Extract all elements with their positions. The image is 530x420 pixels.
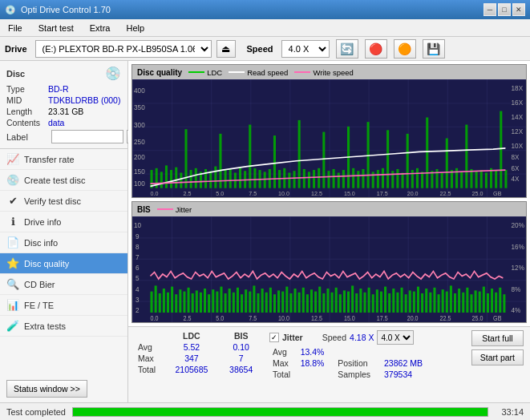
disc-section-title: Disc	[6, 69, 25, 79]
disc-contents-value: data	[48, 118, 64, 127]
svg-text:8%: 8%	[512, 285, 521, 293]
minimize-button[interactable]: ─	[483, 3, 496, 16]
max-ldc: 347	[164, 353, 220, 364]
svg-rect-33	[175, 168, 177, 188]
svg-rect-175	[339, 294, 342, 313]
svg-rect-156	[261, 289, 264, 313]
nav-drive-info[interactable]: ℹ Drive info	[0, 212, 127, 232]
save-button[interactable]: 💾	[423, 39, 445, 59]
menu-file[interactable]: File	[3, 22, 27, 34]
svg-text:22.5: 22.5	[440, 189, 451, 196]
svg-rect-53	[273, 135, 276, 188]
svg-text:5.0: 5.0	[216, 189, 224, 196]
ldc-legend-color	[188, 71, 204, 73]
refresh-button[interactable]: 🔄	[336, 39, 358, 59]
disc-info-section: Disc 💿 Type BD-R MID TDKBLDRBB (000) Len…	[0, 61, 127, 149]
nav-extra-tests[interactable]: 🧪 Extra tests	[0, 316, 127, 337]
menu-start-test[interactable]: Start test	[34, 22, 79, 34]
disc-quality-svg: 400 350 300 250 200 150 100 18X 16X 14X …	[132, 79, 526, 197]
status-bar: Test completed 33:14	[0, 402, 530, 420]
sidebar: Disc 💿 Type BD-R MID TDKBLDRBB (000) Len…	[0, 61, 128, 402]
menu-help[interactable]: Help	[121, 22, 149, 34]
nav-list: 📈 Transfer rate 💿 Create test disc ✔ Ver…	[0, 149, 127, 337]
disc-label-input[interactable]	[51, 130, 123, 143]
stats-total-row: Total 2105685 38654	[135, 364, 263, 375]
settings-button1[interactable]: 🔴	[365, 39, 387, 59]
svg-rect-179	[355, 293, 358, 313]
svg-rect-197	[429, 293, 431, 313]
svg-rect-194	[417, 287, 419, 313]
svg-rect-83	[421, 172, 423, 188]
svg-rect-82	[416, 168, 419, 188]
svg-rect-155	[257, 293, 259, 313]
svg-rect-159	[273, 294, 276, 313]
svg-rect-76	[386, 130, 389, 188]
svg-rect-32	[170, 170, 172, 188]
nav-cd-bier[interactable]: 🔍 CD Bier	[0, 274, 127, 295]
start-buttons: Start full Start part	[471, 330, 524, 365]
svg-rect-182	[368, 288, 370, 313]
nav-transfer-rate[interactable]: 📈 Transfer rate	[0, 149, 127, 170]
nav-verify-test-disc[interactable]: ✔ Verify test disc	[0, 191, 127, 212]
svg-rect-152	[245, 289, 247, 313]
svg-text:5.0: 5.0	[216, 314, 225, 322]
jitter-legend-color	[157, 208, 173, 210]
svg-rect-80	[407, 134, 409, 188]
start-part-button[interactable]: Start part	[471, 349, 524, 365]
svg-text:22.5: 22.5	[440, 314, 452, 322]
svg-text:20.0: 20.0	[407, 189, 419, 196]
svg-rect-63	[322, 132, 325, 188]
svg-rect-195	[421, 293, 423, 313]
menu-extra[interactable]: Extra	[85, 22, 115, 34]
nav-verify-test-disc-label: Verify test disc	[24, 196, 81, 206]
settings-button2[interactable]: 🟠	[394, 39, 416, 59]
svg-text:2.5: 2.5	[183, 189, 191, 196]
svg-rect-172	[326, 289, 329, 313]
jitter-speed-section: ✓ Jitter Speed 4.18 X 4.0 X Avg 13.4% Ma…	[269, 330, 430, 380]
status-window-button[interactable]: Status window >>	[6, 380, 87, 398]
jitter-label: Jitter	[282, 333, 303, 342]
nav-create-test-disc[interactable]: 💿 Create test disc	[0, 170, 127, 191]
jitter-checkbox[interactable]: ✓	[269, 333, 279, 342]
nav-disc-info[interactable]: 📄 Disc info	[0, 232, 127, 253]
disc-section-icon: 💿	[105, 66, 121, 81]
svg-text:6: 6	[136, 264, 140, 273]
svg-rect-150	[237, 288, 239, 313]
app-title: Opti Drive Control 1.70	[21, 5, 111, 14]
eject-button[interactable]: ⏏	[216, 40, 236, 58]
start-full-button[interactable]: Start full	[471, 330, 524, 346]
svg-rect-141	[200, 293, 202, 313]
svg-rect-199	[438, 294, 440, 313]
bis-svg: 10 9 8 7 6 5 4 3 2 20% 16% 12% 8%	[132, 216, 526, 322]
ldc-legend-label: LDC	[207, 68, 222, 77]
svg-text:200: 200	[134, 152, 145, 160]
svg-rect-154	[253, 285, 255, 313]
write-speed-legend-item: Write speed	[294, 68, 354, 77]
svg-rect-176	[343, 290, 346, 313]
svg-text:2.5: 2.5	[183, 314, 192, 322]
svg-rect-51	[264, 172, 266, 188]
bis-legend: Jitter	[157, 205, 192, 214]
title-bar-controls: ─ □ ✕	[483, 3, 525, 16]
jitter-row-header: ✓ Jitter Speed 4.18 X 4.0 X	[269, 330, 430, 345]
svg-rect-99	[500, 111, 502, 188]
svg-rect-180	[359, 289, 362, 313]
drive-select[interactable]: (E:) PLEXTOR BD-R PX-LB950SA 1.06	[35, 40, 212, 58]
svg-rect-132	[163, 289, 165, 313]
maximize-button[interactable]: □	[498, 3, 511, 16]
svg-rect-148	[229, 289, 231, 313]
nav-disc-quality[interactable]: ⭐ Disc quality	[0, 253, 127, 274]
avg-ldc: 5.52	[164, 341, 220, 353]
close-button[interactable]: ✕	[512, 3, 525, 16]
speed-select[interactable]: 4.0 X	[281, 40, 330, 58]
speed-select-stat[interactable]: 4.0 X	[377, 330, 414, 345]
max-jitter: 18.8%	[294, 357, 332, 369]
svg-rect-171	[322, 293, 325, 313]
nav-fe-te-label: FE / TE	[24, 301, 54, 310]
bis-chart-inner: 10 9 8 7 6 5 4 3 2 20% 16% 12% 8%	[132, 216, 526, 322]
drive-bar: Drive (E:) PLEXTOR BD-R PX-LB950SA 1.06 …	[0, 37, 530, 61]
avg-label: Avg	[135, 341, 164, 353]
disc-label-row: Label 📁	[6, 130, 121, 143]
svg-rect-208	[475, 290, 477, 313]
nav-fe-te[interactable]: 📊 FE / TE	[0, 295, 127, 316]
